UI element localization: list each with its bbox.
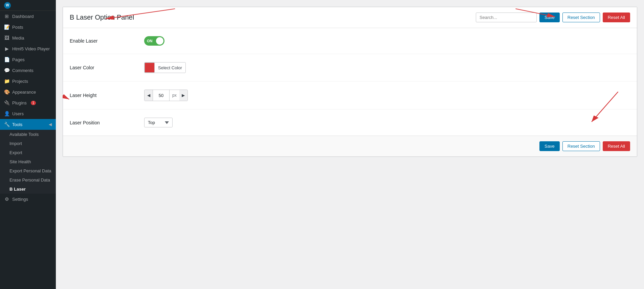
- dashboard-icon: ⊞: [4, 14, 9, 19]
- sidebar-item-posts[interactable]: 📝 Posts: [0, 22, 56, 32]
- submenu-item-site-health[interactable]: Site Health: [0, 157, 56, 166]
- tools-submenu: Available Tools Import Export Site Healt…: [0, 130, 56, 194]
- color-swatch: [145, 63, 155, 73]
- header-reset-section-button[interactable]: Reset Section: [562, 13, 600, 22]
- panel-body: Enable Laser ON Laser Color Sele: [63, 28, 637, 136]
- users-icon: 👤: [4, 111, 9, 116]
- appearance-icon: 🎨: [4, 89, 9, 95]
- color-select-label: Select Color: [155, 63, 185, 72]
- comments-icon: 💬: [4, 68, 9, 73]
- field-row-laser-color: Laser Color Select Color: [63, 54, 637, 81]
- enable-laser-control: ON: [144, 36, 164, 46]
- laser-position-control: Top Bottom Left Right: [144, 118, 173, 127]
- posts-icon: 📝: [4, 24, 9, 30]
- color-picker-button[interactable]: Select Color: [144, 62, 186, 73]
- laser-color-control: Select Color: [144, 62, 186, 73]
- sidebar-item-plugins[interactable]: 🔌 Plugins 1: [0, 97, 56, 108]
- stepper-unit: px: [170, 90, 179, 101]
- projects-icon: 📁: [4, 78, 9, 84]
- footer-reset-section-button[interactable]: Reset Section: [562, 141, 600, 151]
- laser-position-select[interactable]: Top Bottom Left Right: [144, 118, 173, 127]
- height-stepper: ◀ px ▶: [144, 90, 188, 101]
- settings-icon: ⚙: [4, 196, 9, 202]
- sidebar-item-settings[interactable]: ⚙ Settings: [0, 194, 56, 204]
- html5-icon: ▶: [4, 46, 9, 51]
- laser-option-panel: B Laser Option Panel Save Reset Section …: [63, 7, 637, 157]
- sidebar-item-users[interactable]: 👤 Users: [0, 108, 56, 119]
- submenu-item-export-personal-data[interactable]: Export Personal Data: [0, 166, 56, 175]
- panel-header: B Laser Option Panel Save Reset Section …: [63, 7, 637, 28]
- enable-laser-toggle[interactable]: ON: [144, 36, 164, 46]
- submenu-item-export[interactable]: Export: [0, 148, 56, 157]
- main-area: B Laser Option Panel Save Reset Section …: [56, 0, 644, 289]
- sidebar-item-html5-video-player[interactable]: ▶ Html5 Video Player: [0, 43, 56, 54]
- sidebar-item-pages[interactable]: 📄 Pages: [0, 54, 56, 65]
- header-save-button[interactable]: Save: [539, 13, 560, 22]
- sidebar-item-media[interactable]: 🖼 Media: [0, 32, 56, 43]
- header-reset-all-button[interactable]: Reset All: [603, 13, 630, 22]
- tools-collapse-icon: ◀: [49, 122, 52, 127]
- field-row-laser-position: Laser Position Top Bottom Left Right: [63, 110, 637, 136]
- enable-laser-label: Enable Laser: [70, 38, 144, 44]
- laser-color-label: Laser Color: [70, 65, 144, 70]
- laser-height-label: Laser Height: [70, 93, 144, 98]
- toggle-knob: [156, 37, 163, 45]
- stepper-decrement-button[interactable]: ◀: [145, 90, 153, 101]
- sidebar: W ⊞ Dashboard 📝 Posts 🖼 Media ▶ Html5 Vi…: [0, 0, 56, 289]
- footer-reset-all-button[interactable]: Reset All: [603, 141, 630, 151]
- search-input[interactable]: [476, 13, 537, 22]
- sidebar-item-tools[interactable]: 🔧 Tools ◀: [0, 119, 56, 130]
- footer-save-button[interactable]: Save: [539, 141, 560, 151]
- sidebar-item-appearance[interactable]: 🎨 Appearance: [0, 87, 56, 97]
- submenu-item-b-laser[interactable]: B Laser: [0, 185, 56, 194]
- submenu-item-import[interactable]: Import: [0, 139, 56, 148]
- field-row-laser-height: Laser Height ◀ px ▶: [63, 81, 637, 110]
- laser-position-label: Laser Position: [70, 120, 144, 125]
- sidebar-item-projects[interactable]: 📁 Projects: [0, 76, 56, 87]
- wordpress-icon: W: [4, 2, 11, 9]
- toggle-on-label: ON: [147, 39, 153, 43]
- media-icon: 🖼: [4, 35, 9, 41]
- panel-footer: Save Reset Section Reset All: [63, 136, 637, 156]
- pages-icon: 📄: [4, 57, 9, 62]
- submenu-item-available-tools[interactable]: Available Tools: [0, 130, 56, 139]
- tools-icon: 🔧: [4, 122, 9, 127]
- sidebar-item-dashboard[interactable]: ⊞ Dashboard: [0, 11, 56, 22]
- field-row-enable-laser: Enable Laser ON: [63, 28, 637, 54]
- plugins-icon: 🔌: [4, 100, 9, 105]
- plugins-badge: 1: [31, 101, 36, 105]
- main-content-wrapper: B Laser Option Panel Save Reset Section …: [63, 7, 637, 157]
- sidebar-logo: W: [0, 0, 56, 11]
- submenu-item-erase-personal-data[interactable]: Erase Personal Data: [0, 175, 56, 185]
- panel-title: B Laser Option Panel: [70, 14, 134, 21]
- height-input[interactable]: [153, 90, 170, 101]
- sidebar-item-comments[interactable]: 💬 Comments: [0, 65, 56, 76]
- stepper-increment-button[interactable]: ▶: [179, 90, 187, 101]
- panel-header-actions: Save Reset Section Reset All: [476, 13, 630, 22]
- panel-title-text: B Laser Option Panel: [70, 14, 134, 21]
- laser-height-control: ◀ px ▶: [144, 90, 188, 101]
